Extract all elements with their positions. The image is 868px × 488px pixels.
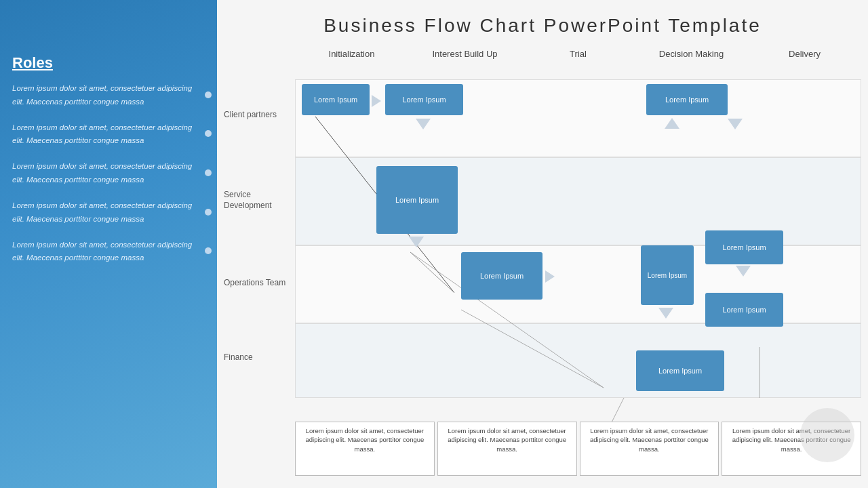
sidebar-title: Roles — [12, 54, 205, 72]
sidebar-item-4: Lorem ipsum dolor sit amet, consectetuer… — [12, 199, 205, 226]
decorative-shape — [800, 408, 854, 462]
sidebar: Roles Lorem ipsum dolor sit amet, consec… — [0, 0, 217, 488]
col-header-delivery: Delivery — [748, 49, 861, 59]
flow-box-8: Lorem Ipsum — [705, 293, 783, 327]
bottom-boxes: Lorem ipsum dolor sit amet, consectetuer… — [295, 422, 861, 476]
arrow-b7-down — [736, 266, 751, 277]
flow-box-2: Lorem Ipsum — [385, 84, 463, 115]
sidebar-item-5-text: Lorem ipsum dolor sit amet, consectetuer… — [12, 241, 192, 262]
arrow-b2-down — [416, 119, 431, 129]
column-headers: Initialization Interest Build Up Trial D… — [295, 49, 861, 59]
sidebar-item-3: Lorem ipsum dolor sit amet, consectetuer… — [12, 159, 205, 186]
sidebar-dot-1 — [205, 92, 212, 98]
sidebar-dot-3 — [205, 169, 212, 176]
sidebar-item-1: Lorem ipsum dolor sit amet, consectetuer… — [12, 81, 205, 108]
flow-box-7: Lorem Ipsum — [705, 230, 783, 264]
arrow-b1-b2 — [372, 95, 381, 107]
arrow-b3-down — [409, 237, 424, 247]
flow-box-5: Lorem Ipsum — [461, 252, 542, 300]
col-header-interest: Interest Build Up — [408, 49, 521, 59]
bottom-box-2: Lorem ipsum dolor sit amet, consectetuer… — [437, 422, 577, 476]
sidebar-item-3-text: Lorem ipsum dolor sit amet, consectetuer… — [12, 162, 192, 184]
flowchart: Initialization Interest Build Up Trial D… — [217, 42, 868, 476]
bottom-box-1: Lorem ipsum dolor sit amet, consectetuer… — [295, 422, 435, 476]
row-label-client: Client partners — [224, 110, 292, 121]
bottom-box-3: Lorem ipsum dolor sit amet, consectetuer… — [580, 422, 719, 476]
sidebar-item-5: Lorem ipsum dolor sit amet, consectetuer… — [12, 238, 205, 265]
arrow-up-b4 — [665, 118, 679, 129]
flow-box-1: Lorem Ipsum — [302, 84, 370, 115]
sidebar-item-1-text: Lorem ipsum dolor sit amet, consectetuer… — [12, 84, 192, 106]
sidebar-dot-4 — [205, 209, 212, 216]
sidebar-dot-2 — [205, 130, 212, 137]
flow-box-4: Lorem Ipsum — [646, 84, 728, 115]
sidebar-item-2-text: Lorem ipsum dolor sit amet, consectetuer… — [12, 123, 192, 145]
arrow-b6-down — [658, 308, 673, 319]
flow-box-3: Lorem Ipsum — [376, 166, 458, 234]
flow-box-6: Lorem Ipsum — [641, 245, 694, 305]
sidebar-dot-5 — [205, 247, 212, 254]
col-header-trial: Trial — [521, 49, 635, 59]
swimlane-client — [295, 79, 861, 157]
sidebar-item-2: Lorem ipsum dolor sit amet, consectetuer… — [12, 121, 205, 148]
row-label-service: Service Development — [224, 190, 292, 211]
swimlane-finance — [295, 323, 861, 398]
flow-box-9: Lorem Ipsum — [636, 350, 724, 391]
row-label-finance: Finance — [224, 352, 292, 363]
arrow-b5-right — [545, 270, 555, 283]
main-content: Business Flow Chart PowerPoint Template … — [217, 0, 868, 488]
col-header-init: Initialization — [295, 49, 408, 59]
row-label-ops: Operations Team — [224, 278, 292, 289]
arrow-b4-down — [728, 119, 743, 129]
page-title: Business Flow Chart PowerPoint Template — [217, 0, 868, 42]
col-header-decision: Decision Making — [635, 49, 748, 59]
sidebar-item-4-text: Lorem ipsum dolor sit amet, consectetuer… — [12, 201, 192, 223]
